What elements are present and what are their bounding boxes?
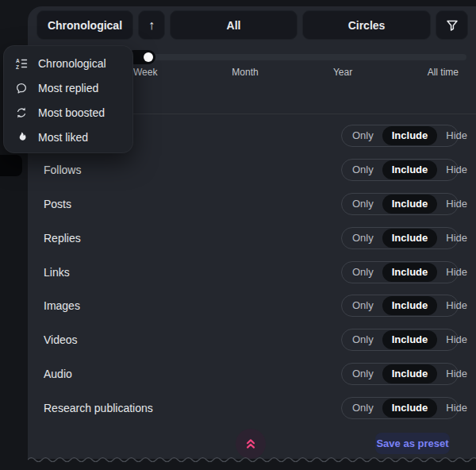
filter-row-label: Posts bbox=[44, 198, 341, 210]
save-as-preset-button[interactable]: Save as preset bbox=[375, 433, 450, 454]
only-option[interactable]: Only bbox=[344, 160, 382, 179]
segmented-control: Only Include Hide bbox=[341, 363, 459, 385]
segmented-control: Only Include Hide bbox=[341, 193, 459, 215]
include-option[interactable]: Include bbox=[382, 263, 438, 282]
sort-alpha-icon: AZ bbox=[15, 57, 28, 70]
segmented-control: Only Include Hide bbox=[341, 295, 459, 317]
include-option[interactable]: Include bbox=[382, 126, 438, 145]
filter-row: Videos Only Include Hide bbox=[28, 323, 476, 357]
flame-icon bbox=[15, 131, 28, 144]
time-range-track[interactable] bbox=[131, 54, 466, 60]
only-option[interactable]: Only bbox=[344, 126, 382, 145]
filter-row-label: Videos bbox=[44, 333, 341, 346]
filter-row: Links Only Include Hide bbox=[28, 255, 476, 289]
include-option[interactable]: Include bbox=[382, 399, 438, 418]
scope-dropdown-button[interactable]: All bbox=[170, 10, 298, 40]
filter-rows: Only Include Hide Follows Only Include H… bbox=[28, 119, 476, 425]
hide-option[interactable]: Hide bbox=[437, 160, 476, 179]
filter-row: Replies Only Include Hide bbox=[28, 221, 476, 255]
filter-row: Audio Only Include Hide bbox=[28, 357, 476, 391]
circles-dropdown-button[interactable]: Circles bbox=[302, 10, 431, 40]
svg-text:A: A bbox=[16, 58, 20, 64]
segmented-control: Only Include Hide bbox=[341, 227, 459, 249]
include-option[interactable]: Include bbox=[382, 229, 438, 248]
funnel-icon bbox=[444, 17, 460, 33]
segmented-control: Only Include Hide bbox=[341, 261, 459, 283]
filter-row-label: Replies bbox=[44, 232, 341, 245]
hide-option[interactable]: Hide bbox=[437, 195, 476, 214]
sort-dropdown-button[interactable]: Chronological bbox=[36, 10, 133, 40]
boost-cycle-icon bbox=[15, 106, 28, 119]
only-option[interactable]: Only bbox=[344, 399, 382, 418]
include-option[interactable]: Include bbox=[382, 160, 438, 179]
slider-knob bbox=[144, 52, 153, 62]
background-element bbox=[0, 155, 22, 176]
toolbar: Chronological ↑ All Circles bbox=[36, 10, 468, 40]
only-option[interactable]: Only bbox=[344, 296, 382, 315]
sort-menu-item[interactable]: Most boosted bbox=[4, 100, 132, 125]
include-option[interactable]: Include bbox=[382, 195, 438, 214]
hide-option[interactable]: Hide bbox=[437, 399, 476, 418]
time-label-week[interactable]: Week bbox=[133, 67, 157, 78]
hide-option[interactable]: Hide bbox=[437, 330, 476, 349]
sort-menu-item[interactable]: Most replied bbox=[4, 75, 132, 100]
hide-option[interactable]: Hide bbox=[437, 126, 476, 145]
only-option[interactable]: Only bbox=[344, 364, 382, 383]
include-option[interactable]: Include bbox=[382, 364, 438, 383]
sort-menu: AZ Chronological Most replied Most boost… bbox=[3, 45, 133, 153]
include-option[interactable]: Include bbox=[382, 296, 438, 315]
segmented-control: Only Include Hide bbox=[341, 125, 459, 147]
hide-option[interactable]: Hide bbox=[437, 364, 476, 383]
hide-option[interactable]: Hide bbox=[437, 229, 476, 248]
catch-up-filter-sheet: Chronological ↑ All Circles Week Month Y… bbox=[0, 0, 476, 470]
only-option[interactable]: Only bbox=[344, 263, 382, 282]
sort-direction-button[interactable]: ↑ bbox=[138, 10, 165, 40]
filter-row: Images Only Include Hide bbox=[28, 289, 476, 323]
double-chevron-up-icon bbox=[244, 437, 258, 451]
sort-menu-item[interactable]: AZ Chronological bbox=[4, 51, 132, 75]
svg-text:Z: Z bbox=[16, 64, 19, 69]
time-label-year[interactable]: Year bbox=[333, 67, 352, 78]
wavy-border bbox=[28, 454, 476, 464]
segmented-control: Only Include Hide bbox=[341, 329, 459, 351]
filter-row-label: Audio bbox=[44, 368, 341, 380]
hide-option[interactable]: Hide bbox=[437, 296, 476, 315]
segmented-control: Only Include Hide bbox=[341, 397, 459, 419]
filter-row-label: Images bbox=[44, 299, 341, 312]
filter-row: Research publications Only Include Hide bbox=[28, 391, 476, 425]
hide-option[interactable]: Hide bbox=[437, 263, 476, 282]
include-option[interactable]: Include bbox=[382, 330, 438, 349]
time-label-month[interactable]: Month bbox=[232, 67, 258, 78]
filter-row-label: Research publications bbox=[44, 402, 341, 414]
filter-row: Follows Only Include Hide bbox=[28, 153, 476, 187]
sort-menu-item[interactable]: Most liked bbox=[4, 125, 132, 149]
segmented-control: Only Include Hide bbox=[341, 159, 459, 181]
filter-row-label: Links bbox=[44, 266, 341, 279]
speech-bubble-icon bbox=[15, 82, 28, 94]
only-option[interactable]: Only bbox=[344, 330, 382, 349]
only-option[interactable]: Only bbox=[344, 229, 382, 248]
filter-row: Posts Only Include Hide bbox=[28, 187, 476, 222]
time-label-alltime[interactable]: All time bbox=[428, 67, 459, 78]
filter-row-label: Follows bbox=[44, 164, 341, 176]
only-option[interactable]: Only bbox=[344, 195, 382, 214]
filter-toggle-button[interactable] bbox=[436, 10, 468, 40]
